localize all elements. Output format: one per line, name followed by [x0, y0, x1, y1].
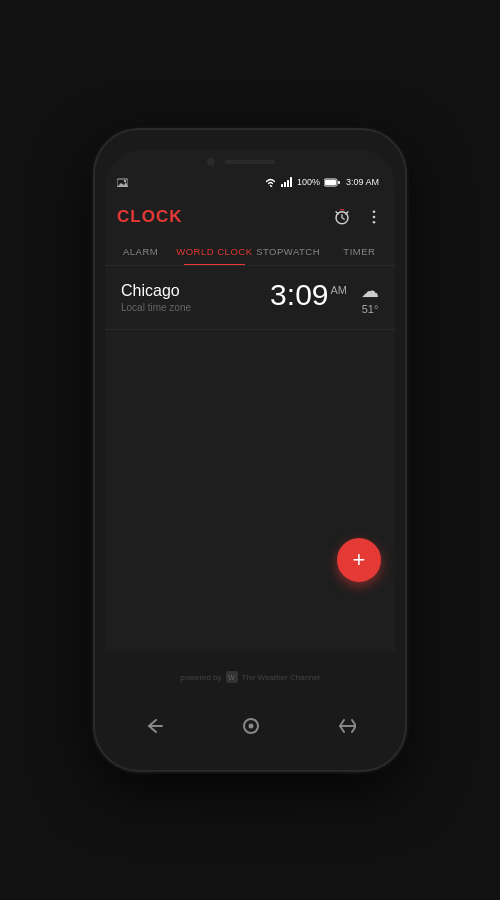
back-nav-icon[interactable] [144, 718, 164, 734]
recents-nav-icon[interactable] [338, 718, 356, 734]
fab-plus-icon: + [353, 549, 366, 571]
weather-temp: 51° [362, 303, 379, 315]
svg-rect-6 [290, 177, 292, 187]
svg-point-12 [373, 216, 376, 219]
svg-point-2 [124, 179, 126, 181]
timezone-label: Local time zone [121, 302, 191, 313]
svg-point-16 [249, 724, 254, 729]
status-time: 3:09 AM [346, 177, 379, 187]
tab-stopwatch[interactable]: STOPWATCH [252, 238, 323, 265]
powered-by: powered by W The Weather Channel [180, 671, 319, 683]
bottom-bar: powered by W The Weather Channel [105, 652, 395, 702]
powered-by-label: powered by [180, 673, 221, 682]
battery-percent: 100% [297, 177, 320, 187]
camera-speaker [207, 158, 293, 166]
tab-world-clock[interactable]: WORLD CLOCK [176, 238, 252, 265]
more-options-icon[interactable] [365, 208, 383, 226]
screen: 100% 3:09 AM CLOCK [105, 150, 395, 750]
app-title: CLOCK [117, 207, 182, 227]
app-header: CLOCK [105, 196, 395, 238]
header-icons [333, 208, 383, 226]
svg-point-13 [373, 221, 376, 224]
tabs-container: ALARM WORLD CLOCK STOPWATCH TIMER [105, 238, 395, 266]
weather-info: ☁ 51° [361, 280, 379, 315]
notch-area [105, 150, 395, 168]
svg-rect-5 [287, 180, 289, 187]
time-ampm: AM [331, 284, 348, 296]
alarm-icon[interactable] [333, 208, 351, 226]
battery-icon [324, 178, 340, 187]
navigation-bar [105, 702, 395, 750]
add-clock-fab[interactable]: + [337, 538, 381, 582]
photo-icon [117, 178, 128, 187]
clock-entry-chicago: Chicago Local time zone 3:09 AM ☁ 51° [105, 266, 395, 330]
city-info: Chicago Local time zone [121, 282, 191, 313]
content-area: Chicago Local time zone 3:09 AM ☁ 51° + [105, 266, 395, 652]
wifi-icon [264, 177, 277, 187]
svg-marker-1 [117, 182, 128, 187]
time-value: 3:09 [270, 280, 328, 310]
weather-service-name: The Weather Channel [242, 673, 320, 682]
status-right: 100% 3:09 AM [264, 177, 379, 187]
weather-icon: ☁ [361, 280, 379, 302]
signal-icon [281, 177, 293, 187]
status-bar: 100% 3:09 AM [105, 168, 395, 196]
svg-rect-9 [338, 181, 340, 184]
time-display: 3:09 AM [270, 280, 347, 310]
status-left [117, 178, 128, 187]
phone-frame: 100% 3:09 AM CLOCK [95, 130, 405, 770]
tab-alarm[interactable]: ALARM [105, 238, 176, 265]
city-name: Chicago [121, 282, 191, 300]
svg-point-11 [373, 210, 376, 213]
svg-rect-8 [325, 180, 336, 185]
weather-channel-icon: W [226, 671, 238, 683]
front-camera [207, 158, 215, 166]
speaker-grille [225, 160, 275, 164]
tab-timer[interactable]: TIMER [324, 238, 395, 265]
home-nav-icon[interactable] [242, 717, 260, 735]
time-weather: 3:09 AM ☁ 51° [270, 280, 379, 315]
svg-rect-4 [284, 182, 286, 187]
svg-rect-3 [281, 184, 283, 187]
